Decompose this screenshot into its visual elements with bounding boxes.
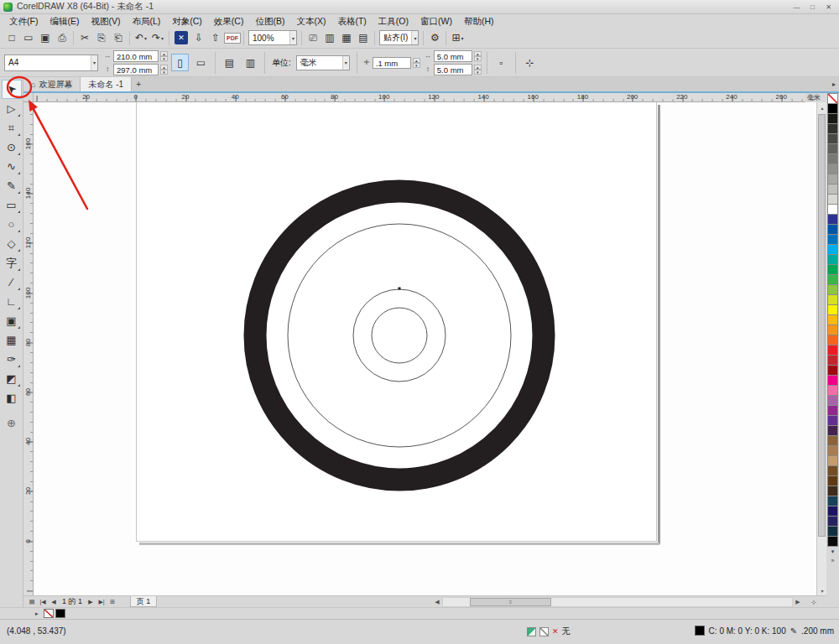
page-height-field[interactable]: 297.0 mm <box>113 64 159 75</box>
document-palette-black-swatch[interactable] <box>55 609 65 618</box>
next-page-button[interactable]: ▶ <box>86 597 96 607</box>
chevron-down-icon[interactable]: ▾ <box>289 31 296 44</box>
landscape-button[interactable]: ▭ <box>192 54 210 71</box>
treat-as-filled-button[interactable]: ▫ <box>492 54 510 71</box>
redo-button[interactable]: ↷▾ <box>149 29 166 46</box>
close-button[interactable]: ✕ <box>821 2 836 13</box>
page-sorter-button[interactable]: ▤ <box>27 597 37 607</box>
nudge-distance-field[interactable]: .1 mm <box>373 57 411 69</box>
drop-shadow-tool[interactable]: ▣ <box>2 311 22 330</box>
add-page-button[interactable]: ⊞ <box>107 597 117 607</box>
freehand-tool[interactable]: ∿ <box>2 157 22 176</box>
menu-item[interactable]: 窗口(W) <box>414 14 458 28</box>
vertical-ruler[interactable]: 160140120100806040200 <box>23 102 34 595</box>
palette-scroll-down-button[interactable]: ▾ <box>827 547 838 556</box>
paste-button[interactable]: ⎗ <box>110 29 127 46</box>
chevron-down-icon[interactable]: ▾ <box>342 56 349 70</box>
new-document-button[interactable]: □ <box>3 29 20 46</box>
chevron-down-icon[interactable]: ▾ <box>91 55 97 70</box>
snapping-options-button[interactable]: ⊹ <box>521 54 539 71</box>
show-grid-button[interactable]: ▦ <box>338 29 355 46</box>
page-width-spinner[interactable]: ▴▾ <box>160 51 168 61</box>
portrait-button[interactable]: ▯ <box>171 54 189 71</box>
cut-button[interactable]: ✂ <box>76 29 93 46</box>
connector-tool[interactable]: ∟ <box>2 292 22 311</box>
shape-tool[interactable]: ▷ <box>2 99 22 118</box>
duplicate-y-spinner[interactable]: ▴▾ <box>474 65 482 75</box>
pick-tool[interactable]: ➤ <box>2 80 22 99</box>
interactive-fill-tool[interactable]: ◩ <box>2 369 22 388</box>
show-rulers-button[interactable]: ▥ <box>321 29 338 46</box>
application-launcher-button[interactable]: ⊞▾ <box>449 29 466 46</box>
document-palette-flyout-button[interactable]: ▸ <box>35 610 39 617</box>
menu-item[interactable]: 编辑(E) <box>44 14 85 28</box>
publish-pdf-button[interactable]: PDF <box>224 29 241 46</box>
color-swatch[interactable] <box>827 536 838 547</box>
drawing-canvas[interactable] <box>34 102 816 595</box>
nudge-spinner[interactable]: ▴▾ <box>413 58 420 68</box>
current-page-button[interactable]: ▥ <box>242 54 259 71</box>
page-width-field[interactable]: 210.0 mm <box>113 50 159 62</box>
color-eyedropper-tool[interactable]: ✑ <box>2 350 22 369</box>
new-document-tab-button[interactable]: + <box>132 77 145 91</box>
horizontal-ruler[interactable]: 20020406080100120140160180200220240260 <box>34 93 805 102</box>
artistic-media-tool[interactable]: ✎ <box>2 176 22 195</box>
rectangle-tool[interactable]: ▭ <box>2 195 22 215</box>
show-guidelines-button[interactable]: ▤ <box>355 29 372 46</box>
open-button[interactable]: ▭ <box>20 29 37 46</box>
duplicate-x-field[interactable]: 5.0 mm <box>434 50 472 62</box>
scroll-right-button[interactable]: ▶ <box>793 597 803 607</box>
polygon-tool[interactable]: ◇ <box>2 234 22 253</box>
save-button[interactable]: ▣ <box>37 29 54 46</box>
parallel-dimension-tool[interactable]: ∕ <box>2 273 22 292</box>
spin-down-icon[interactable]: ▾ <box>413 63 420 68</box>
chevron-down-icon[interactable]: ▾ <box>161 35 164 41</box>
fullscreen-preview-button[interactable]: ⎚ <box>305 29 321 46</box>
spin-down-icon[interactable]: ▾ <box>160 70 168 75</box>
horizontal-scrollbar-thumb[interactable]: ≡ <box>470 598 551 606</box>
spin-down-icon[interactable]: ▾ <box>474 70 482 75</box>
search-content-button[interactable]: ✕ <box>175 31 188 44</box>
menu-item[interactable]: 文本(X) <box>290 14 331 28</box>
zoom-tool[interactable]: ⊙ <box>2 138 22 157</box>
duplicate-y-field[interactable]: 5.0 mm <box>434 64 472 75</box>
page-tab[interactable]: 页 1 <box>130 596 157 607</box>
palette-expand-button[interactable]: » <box>827 556 838 565</box>
import-button[interactable]: ⇩ <box>190 29 207 46</box>
disc-drawing[interactable] <box>34 102 816 595</box>
export-button[interactable]: ⇧ <box>207 29 224 46</box>
page-size-combobox[interactable]: A4 ▾ <box>4 55 98 71</box>
zoom-level-combobox[interactable]: 100% ▾ <box>248 30 297 45</box>
menu-item[interactable]: 位图(B) <box>249 14 290 28</box>
print-button[interactable]: ⎙ <box>54 29 70 46</box>
minimize-button[interactable]: — <box>789 2 804 13</box>
chevron-down-icon[interactable]: ▾ <box>461 35 463 41</box>
last-page-button[interactable]: ▶| <box>96 597 107 607</box>
transparency-tool[interactable]: ▦ <box>2 330 22 350</box>
chevron-down-icon[interactable]: ▾ <box>411 31 418 44</box>
maximize-button[interactable]: □ <box>805 2 820 13</box>
vertical-scrollbar-thumb[interactable] <box>818 114 826 537</box>
ruler-origin-button[interactable] <box>23 93 34 102</box>
menu-item[interactable]: 视图(V) <box>85 14 126 28</box>
options-button[interactable]: ⚙ <box>426 29 443 46</box>
tab-document-untitled[interactable]: 未命名 -1 <box>81 77 132 91</box>
spin-down-icon[interactable]: ▾ <box>160 56 168 61</box>
smart-fill-tool[interactable]: ◧ <box>2 388 22 408</box>
snap-to-dropdown[interactable]: 贴齐(I) ▾ <box>379 30 419 45</box>
chevron-down-icon[interactable]: ▾ <box>144 35 147 41</box>
undo-button[interactable]: ↶▾ <box>133 29 149 46</box>
first-page-button[interactable]: |◀ <box>38 597 48 607</box>
tab-scroll-right-button[interactable]: ▸ <box>829 77 839 91</box>
previous-page-button[interactable]: ◀ <box>49 597 59 607</box>
menu-item[interactable]: 对象(C) <box>166 14 208 28</box>
menu-item[interactable]: 工具(O) <box>373 14 414 28</box>
text-tool[interactable]: 字 <box>2 253 22 273</box>
horizontal-scrollbar[interactable]: ≡ <box>442 597 793 607</box>
menu-item[interactable]: 效果(C) <box>208 14 250 28</box>
spin-down-icon[interactable]: ▾ <box>474 56 482 61</box>
fill-color-indicator[interactable] <box>695 626 705 636</box>
navigator-button[interactable]: ⊹ <box>806 597 821 607</box>
menu-item[interactable]: 表格(T) <box>331 14 372 28</box>
crop-tool[interactable]: ⌗ <box>2 118 22 138</box>
